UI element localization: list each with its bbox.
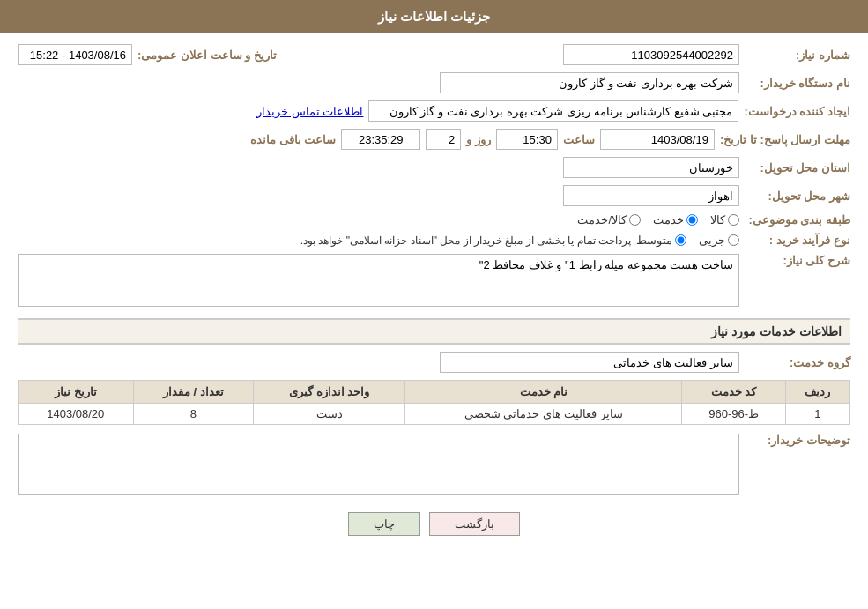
shahr-input[interactable]	[563, 185, 739, 206]
nam-dastgah-label: نام دستگاه خریدار:	[745, 77, 850, 90]
nam-dastgah-input[interactable]	[440, 72, 739, 93]
tabaqe-kala-khadamat-radio[interactable]	[629, 214, 641, 226]
tabaqe-khadamat-radio[interactable]	[686, 214, 698, 226]
table-cell-tarikh: 1403/08/20	[19, 404, 134, 425]
col-kod: کد خدمت	[682, 381, 785, 404]
col-tedad: تعداد / مقدار	[133, 381, 254, 404]
grohe-khadamat-input[interactable]	[440, 352, 739, 373]
mohlat-rooz-input[interactable]	[426, 129, 461, 150]
mohlat-saat-input[interactable]	[496, 129, 558, 150]
tabaqe-kala-label: کالا	[710, 213, 725, 227]
ostan-input[interactable]	[563, 157, 739, 178]
tarikh-label: تاریخ و ساعت اعلان عمومی:	[137, 48, 277, 62]
tabaqe-kala-khadamat-label: کالا/خدمت	[577, 213, 627, 227]
shomare-niaz-label: شماره نیاز:	[745, 48, 850, 62]
shahr-label: شهر محل تحویل:	[745, 189, 850, 203]
tozihat-wrap	[18, 434, 739, 498]
noe-jozi-radio[interactable]	[728, 234, 739, 246]
table-cell-radif: 1	[785, 404, 849, 425]
noe-motevaset-radio[interactable]	[675, 234, 686, 246]
mohlat-label: مهلت ارسال پاسخ: تا تاریخ:	[720, 133, 850, 146]
mohlat-rooz-label: روز و	[466, 133, 491, 146]
tabaqe-kala[interactable]: کالا	[710, 213, 739, 227]
ijad-konande-input[interactable]	[368, 100, 738, 122]
sharh-koli-textarea[interactable]	[18, 254, 739, 307]
grohe-khadamat-label: گروه خدمت:	[745, 356, 850, 369]
noe-farayand-radio-group: جزیی متوسط	[636, 234, 739, 247]
col-vahed: واحد اندازه گیری	[254, 381, 405, 404]
mohlat-saat-label: ساعت	[563, 133, 595, 146]
col-tarikh: تاریخ نیاز	[19, 381, 134, 404]
noe-motevaset-label: متوسط	[636, 234, 672, 247]
page-title: جزئیات اطلاعات نیاز	[0, 0, 868, 33]
button-group: بازگشت چاپ	[18, 512, 850, 553]
farayand-note: پرداخت تمام یا بخشی از مبلغ خریدار از مح…	[300, 234, 631, 247]
tabaqe-khadamat-label: خدمت	[653, 213, 684, 227]
table-cell-namKhadamat: سایر فعالیت های خدماتی شخصی	[405, 404, 682, 425]
tabaqe-radio-group: کالا خدمت کالا/خدمت	[577, 213, 739, 227]
table-cell-vahed: دست	[254, 404, 405, 425]
tabaqe-kala-radio[interactable]	[728, 214, 739, 226]
col-radif: ردیف	[785, 381, 849, 404]
tabaqe-label: طبقه بندی موضوعی:	[745, 213, 850, 227]
table-cell-tedad: 8	[133, 404, 254, 425]
noe-motevaset[interactable]: متوسط	[636, 234, 686, 247]
tabaqe-khadamat[interactable]: خدمت	[653, 213, 698, 227]
sharh-koli-label: شرح کلی نیاز:	[745, 254, 850, 267]
print-button[interactable]: چاپ	[348, 512, 420, 536]
ostan-label: استان محل تحویل:	[745, 161, 850, 175]
shomare-niaz-input[interactable]	[563, 44, 739, 65]
back-button[interactable]: بازگشت	[429, 512, 520, 536]
tozihat-textarea[interactable]	[18, 434, 739, 495]
noe-jozi-label: جزیی	[699, 234, 725, 247]
mohlat-date-input[interactable]	[600, 129, 715, 150]
tarikh-input[interactable]	[18, 44, 132, 65]
mohlat-mande-input[interactable]	[341, 129, 420, 150]
noe-farayand-label: نوع فرآیند خرید :	[745, 234, 850, 247]
mohlat-mande-label: ساعت باقی مانده	[250, 133, 336, 146]
sharh-koli-wrap: (function(){ var el = document.querySele…	[18, 254, 739, 309]
tozihat-label: توضیحات خریدار:	[745, 434, 850, 447]
table-cell-kodKhadamat: ط-96-960	[682, 404, 785, 425]
noe-jozi[interactable]: جزیی	[699, 234, 739, 247]
ijad-konande-label: ایجاد کننده درخواست:	[744, 105, 850, 118]
col-nam: نام خدمت	[405, 381, 682, 404]
tabaqe-kala-khadamat[interactable]: کالا/خدمت	[577, 213, 641, 227]
ittilaat-link[interactable]: اطلاعات تماس خریدار	[256, 105, 363, 118]
khadamat-section-title: اطلاعات خدمات مورد نیاز	[18, 318, 850, 345]
khadamat-table: ردیف کد خدمت نام خدمت واحد اندازه گیری ت…	[18, 380, 850, 425]
table-row: 1ط-96-960سایر فعالیت های خدماتی شخصیدست8…	[19, 404, 850, 425]
